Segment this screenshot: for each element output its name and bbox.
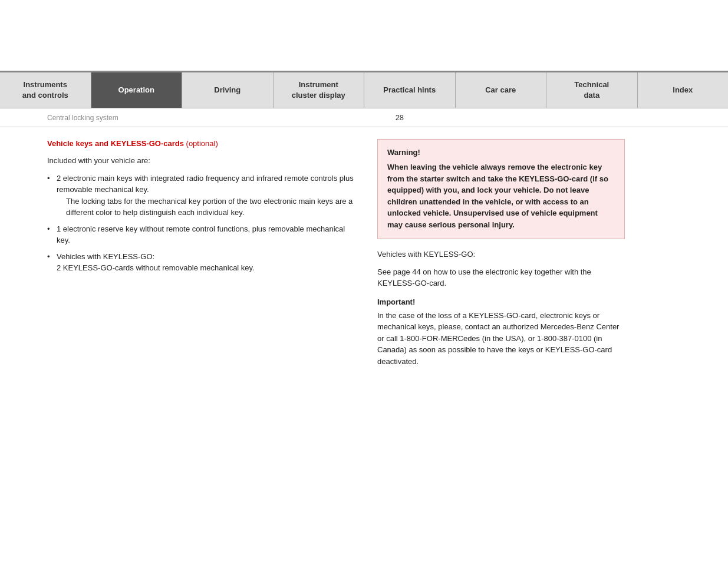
- nav-item-instruments-and-controls[interactable]: Instruments and controls: [0, 72, 91, 108]
- nav-item-driving[interactable]: Driving: [182, 72, 274, 108]
- nav-item-index[interactable]: Index: [638, 72, 729, 108]
- navigation-bar: Instruments and controls Operation Drivi…: [0, 71, 728, 108]
- nav-item-instrument-cluster-display[interactable]: Instrument cluster display: [274, 72, 365, 108]
- right-column: Warning! When leaving the vehicle always…: [377, 139, 625, 367]
- section-title: Vehicle keys and KEYLESS-GO-cards (optio…: [47, 139, 354, 148]
- page-number: 28: [396, 113, 404, 122]
- list-item: Vehicles with KEYLESS-GO:2 KEYLESS-GO-ca…: [47, 251, 354, 274]
- bullet-list: 2 electronic main keys with integrated r…: [47, 173, 354, 274]
- sub-text-1: The locking tabs for the mechanical key …: [66, 196, 354, 219]
- warning-box: Warning! When leaving the vehicle always…: [377, 139, 625, 239]
- list-item: 2 electronic main keys with integrated r…: [47, 173, 354, 219]
- important-title: Important!: [377, 297, 625, 306]
- important-text: In the case of the loss of a KEYLESS-GO-…: [377, 310, 625, 368]
- keyless-go-label: Vehicles with KEYLESS-GO:: [377, 249, 625, 260]
- keyless-go-text: See page 44 on how to use the electronic…: [377, 266, 625, 289]
- nav-item-practical-hints[interactable]: Practical hints: [364, 72, 456, 108]
- warning-text: When leaving the vehicle always remove t…: [387, 161, 615, 230]
- section-title-optional: (optional): [184, 139, 218, 148]
- nav-item-operation[interactable]: Operation: [91, 72, 183, 108]
- content-wrapper: Vehicle keys and KEYLESS-GO-cards (optio…: [0, 127, 728, 379]
- nav-item-technical-data[interactable]: Technical data: [546, 72, 638, 108]
- section-title-red: Vehicle keys and KEYLESS-GO-cards: [47, 139, 184, 148]
- page-header: Central locking system 28: [0, 108, 728, 127]
- left-column: Vehicle keys and KEYLESS-GO-cards (optio…: [47, 139, 354, 367]
- list-item: 1 electronic reserve key without remote …: [47, 223, 354, 246]
- nav-item-car-care[interactable]: Car care: [456, 72, 547, 108]
- breadcrumb: Central locking system: [47, 114, 118, 122]
- warning-title: Warning!: [387, 148, 615, 157]
- intro-text: Included with your vehicle are:: [47, 155, 354, 167]
